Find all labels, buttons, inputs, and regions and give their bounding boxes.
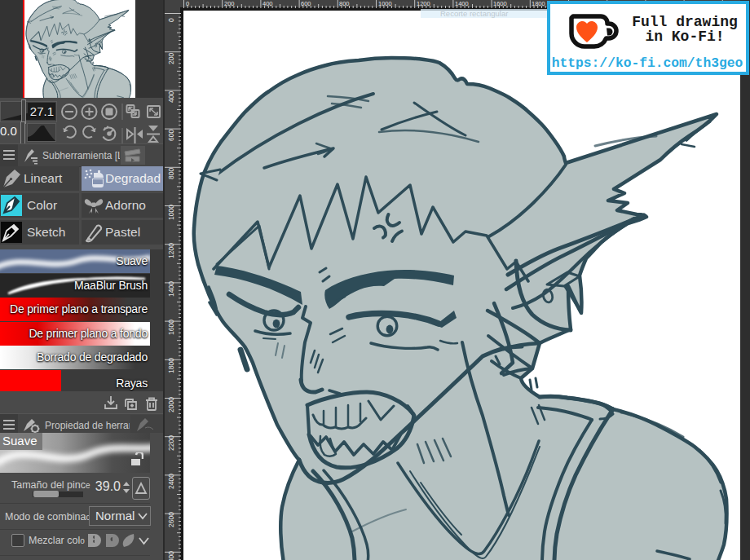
svg-text:0: 0	[167, 18, 175, 22]
svg-text:400: 400	[167, 91, 175, 103]
svg-text:400: 400	[262, 0, 273, 7]
svg-text:1200: 1200	[167, 243, 175, 258]
svg-text:2400: 2400	[167, 474, 175, 489]
svg-text:2800: 2800	[167, 551, 175, 560]
svg-text:1000: 1000	[167, 205, 175, 220]
svg-text:1200: 1200	[417, 0, 430, 7]
svg-text:600: 600	[167, 130, 175, 141]
svg-text:1800: 1800	[532, 0, 545, 7]
svg-text:1400: 1400	[455, 0, 469, 7]
svg-text:2600: 2600	[167, 512, 175, 527]
svg-text:200: 200	[167, 53, 175, 64]
svg-text:800: 800	[167, 168, 175, 179]
svg-text:1000: 1000	[378, 0, 392, 7]
svg-text:800: 800	[339, 0, 350, 7]
svg-text:200: 200	[224, 0, 235, 7]
svg-text:2200: 2200	[167, 435, 175, 451]
svg-text:1600: 1600	[493, 0, 507, 7]
svg-text:0: 0	[186, 0, 189, 7]
svg-text:1800: 1800	[167, 358, 175, 373]
svg-text:600: 600	[301, 0, 311, 7]
svg-text:1600: 1600	[167, 320, 175, 335]
svg-text:1400: 1400	[167, 281, 175, 297]
svg-text:2000: 2000	[167, 397, 175, 412]
